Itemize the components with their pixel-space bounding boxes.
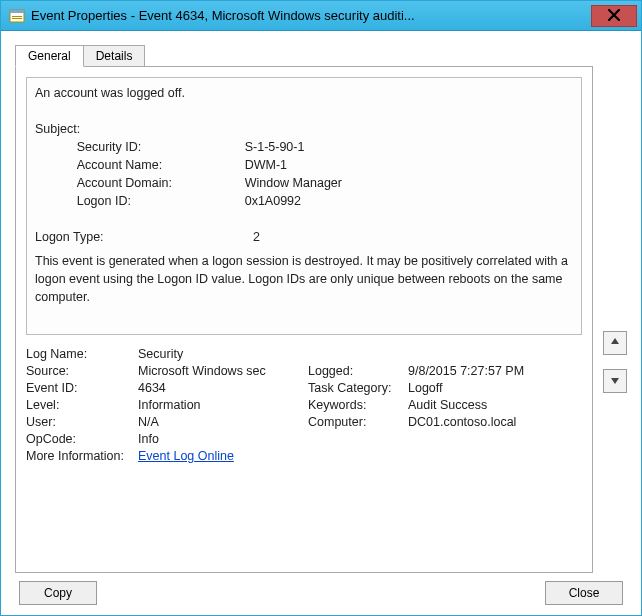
close-icon <box>608 8 620 24</box>
client-area: General Details An account was logged of… <box>1 31 641 615</box>
level-label: Level: <box>26 398 138 412</box>
log-name-label: Log Name: <box>26 347 138 361</box>
prev-event-button[interactable] <box>603 331 627 355</box>
window-close-button[interactable] <box>591 5 637 27</box>
event-properties-grid: Log Name: Security Source: Microsoft Win… <box>26 347 582 463</box>
account-name-label: Account Name: <box>77 156 245 174</box>
event-description[interactable]: An account was logged off. Subject: Secu… <box>26 77 582 335</box>
account-domain-label: Account Domain: <box>77 174 245 192</box>
copy-button[interactable]: Copy <box>19 581 97 605</box>
arrow-down-icon <box>610 374 620 388</box>
titlebar: Event Properties - Event 4634, Microsoft… <box>1 1 641 31</box>
level-value: Information <box>138 398 308 412</box>
svg-rect-3 <box>12 18 22 19</box>
tab-general[interactable]: General <box>15 45 84 67</box>
nav-buttons <box>603 331 627 393</box>
log-name-value: Security <box>138 347 566 361</box>
account-domain-value: Window Manager <box>245 176 342 190</box>
desc-explanation: This event is generated when a logon ses… <box>35 252 573 306</box>
svg-rect-1 <box>10 10 24 13</box>
logon-id-label: Logon ID: <box>77 192 245 210</box>
tab-strip: General Details <box>15 43 593 66</box>
user-value: N/A <box>138 415 308 429</box>
tab-details[interactable]: Details <box>83 45 146 67</box>
event-properties-window: Event Properties - Event 4634, Microsoft… <box>0 0 642 616</box>
tab-container: General Details An account was logged of… <box>15 43 593 573</box>
keywords-value: Audit Success <box>408 398 566 412</box>
logon-type-value: 2 <box>253 230 260 244</box>
logon-type-label: Logon Type: <box>35 228 253 246</box>
event-id-value: 4634 <box>138 381 308 395</box>
logon-id-value: 0x1A0992 <box>245 194 301 208</box>
keywords-label: Keywords: <box>308 398 408 412</box>
dialog-footer: Copy Close <box>15 573 627 605</box>
computer-value: DC01.contoso.local <box>408 415 566 429</box>
close-button[interactable]: Close <box>545 581 623 605</box>
task-category-label: Task Category: <box>308 381 408 395</box>
task-category-value: Logoff <box>408 381 566 395</box>
tab-panel-general: An account was logged off. Subject: Secu… <box>15 66 593 573</box>
security-id-value: S-1-5-90-1 <box>245 140 305 154</box>
source-value: Microsoft Windows sec <box>138 364 308 378</box>
opcode-label: OpCode: <box>26 432 138 446</box>
event-id-label: Event ID: <box>26 381 138 395</box>
arrow-up-icon <box>610 336 620 350</box>
svg-rect-2 <box>12 16 22 17</box>
event-log-online-link[interactable]: Event Log Online <box>138 449 234 463</box>
logged-label: Logged: <box>308 364 408 378</box>
logged-value: 9/8/2015 7:27:57 PM <box>408 364 566 378</box>
source-label: Source: <box>26 364 138 378</box>
window-title: Event Properties - Event 4634, Microsoft… <box>31 8 591 23</box>
account-name-value: DWM-1 <box>245 158 287 172</box>
more-info-label: More Information: <box>26 449 138 463</box>
user-label: User: <box>26 415 138 429</box>
security-id-label: Security ID: <box>77 138 245 156</box>
next-event-button[interactable] <box>603 369 627 393</box>
desc-summary: An account was logged off. <box>35 84 573 102</box>
computer-label: Computer: <box>308 415 408 429</box>
app-icon <box>9 8 25 24</box>
subject-heading: Subject: <box>35 120 573 138</box>
opcode-value: Info <box>138 432 566 446</box>
